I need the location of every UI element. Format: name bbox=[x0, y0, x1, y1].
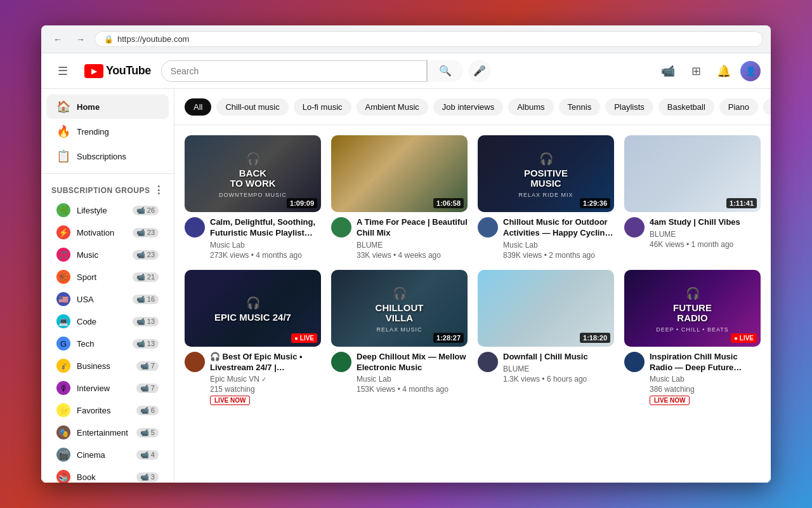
video-info: Downfall | Chill Music BLUME 1.3K views … bbox=[478, 352, 614, 384]
live-badge: LIVE NOW bbox=[650, 396, 690, 405]
thumbnail[interactable]: 1:18:20 bbox=[478, 270, 614, 347]
address-bar[interactable]: 🔒 https://youtube.com bbox=[95, 31, 763, 47]
duration-badge: 1:29:36 bbox=[580, 198, 610, 208]
video-card-v2[interactable]: 1:06:58 A Time For Peace | Beautiful Chi… bbox=[331, 135, 468, 260]
channel-avatar[interactable] bbox=[331, 217, 351, 237]
filter-chip-albums[interactable]: Albums bbox=[508, 98, 553, 116]
filter-chip-job-interviews[interactable]: Job interviews bbox=[433, 98, 503, 116]
create-button[interactable]: 📹 bbox=[657, 60, 679, 83]
sidebar-item-book[interactable]: 📚 Book 📹 3 bbox=[46, 466, 169, 483]
channel-name[interactable]: Music Lab bbox=[503, 241, 614, 250]
channel-avatar[interactable] bbox=[185, 352, 205, 372]
filter-chip-all[interactable]: All bbox=[185, 98, 211, 116]
filter-chip-ambient-music[interactable]: Ambient Music bbox=[357, 98, 428, 116]
sidebar-item-tech[interactable]: G Tech 📹 13 bbox=[46, 333, 169, 354]
channel-avatar[interactable] bbox=[624, 352, 645, 372]
thumb-main-text: CHILLOUTVILLA bbox=[376, 303, 424, 324]
filter-chip-soundtracks[interactable]: Soundtracks bbox=[763, 98, 771, 116]
thumbnail[interactable]: 1:11:41 bbox=[624, 135, 761, 212]
channel-avatar[interactable] bbox=[478, 352, 498, 372]
group-icon: 💻 bbox=[56, 314, 70, 328]
video-grid: 🎧 BACKTO WORK DOWNTEMPO MUSIC 1:09:09 Ca… bbox=[174, 125, 771, 415]
sidebar-item-trending[interactable]: 🔥 Trending bbox=[46, 119, 169, 144]
sidebar-item-interview[interactable]: 🎙 Interview 📹 7 bbox=[46, 377, 169, 399]
live-indicator: ● LIVE bbox=[291, 333, 317, 343]
thumbnail[interactable]: 🎧 BACKTO WORK DOWNTEMPO MUSIC 1:09:09 bbox=[185, 135, 321, 212]
menu-button[interactable]: ☰ bbox=[51, 60, 74, 83]
filter-chip-lo-fi-music[interactable]: Lo-fi music bbox=[294, 98, 351, 116]
channel-name[interactable]: Epic Music VN ✓ bbox=[210, 375, 321, 384]
section-menu-icon[interactable]: ⋮ bbox=[154, 184, 164, 196]
search-button[interactable]: 🔍 bbox=[427, 60, 463, 82]
sidebar-item-favorites[interactable]: ⭐ Favorites 📹 6 bbox=[46, 399, 169, 421]
thumb-main-text: Epic Music 24/7 bbox=[214, 312, 291, 323]
channel-name[interactable]: BLUME bbox=[357, 241, 468, 250]
forward-button[interactable]: → bbox=[72, 30, 89, 48]
channel-name[interactable]: BLUME bbox=[503, 364, 614, 373]
group-icon: 💰 bbox=[56, 359, 70, 373]
video-card-v3[interactable]: 🎧 POSITIVEMUSIC RELAX RIDE MIX 1:29:36 C… bbox=[478, 135, 614, 260]
mic-button[interactable]: 🎤 bbox=[468, 60, 491, 83]
sidebar-item-sport[interactable]: 🏀 Sport 📹 21 bbox=[46, 266, 169, 288]
group-label: Entertainment bbox=[77, 428, 128, 438]
filter-chip-chill-out-music[interactable]: Chill-out music bbox=[216, 98, 288, 116]
sidebar-item-business[interactable]: 💰 Business 📹 7 bbox=[46, 355, 169, 377]
search-input[interactable] bbox=[162, 61, 426, 81]
channel-name[interactable]: BLUME bbox=[650, 230, 761, 239]
thumbnail[interactable]: 🎧 POSITIVEMUSIC RELAX RIDE MIX 1:29:36 bbox=[478, 135, 614, 212]
avatar[interactable]: 👤 bbox=[740, 61, 761, 81]
video-watching: 386 watching bbox=[650, 385, 761, 394]
video-card-v5[interactable]: 🎧 Epic Music 24/7 ● LIVE 🎧 Best Of Epic … bbox=[185, 270, 321, 406]
filter-bar: AllChill-out musicLo-fi musicAmbient Mus… bbox=[174, 89, 771, 125]
group-icon: 📚 bbox=[56, 470, 70, 483]
channel-avatar[interactable] bbox=[185, 217, 205, 237]
thumbnail[interactable]: 🎧 CHILLOUTVILLA RELAX MUSIC 1:28:27 bbox=[331, 270, 468, 347]
sidebar-item-entertainment[interactable]: 🎭 Entertainment 📹 5 bbox=[46, 422, 169, 443]
thumb-sub-text: RELAX MUSIC bbox=[376, 326, 422, 333]
video-card-v8[interactable]: 🎧 FUTURERADIO DEEP • CHILL • BEATS ● LIV… bbox=[624, 270, 761, 406]
sidebar-item-cinema[interactable]: 🎬 Cinema 📹 4 bbox=[46, 444, 169, 465]
sidebar-item-subscriptions[interactable]: 📋 Subscriptions bbox=[46, 144, 169, 168]
sidebar-item-usa[interactable]: 🇺🇸 USA 📹 16 bbox=[46, 288, 169, 310]
video-title: Calm, Delightful, Soothing, Futuristic M… bbox=[210, 217, 321, 239]
filter-chip-playlists[interactable]: Playlists bbox=[605, 98, 653, 116]
thumbnail[interactable]: 1:06:58 bbox=[331, 135, 468, 212]
channel-avatar[interactable] bbox=[478, 217, 498, 237]
logo[interactable]: ▶ YouTube bbox=[84, 64, 151, 78]
duration-badge: 1:06:58 bbox=[433, 198, 464, 208]
video-card-v7[interactable]: 1:18:20 Downfall | Chill Music BLUME 1.3… bbox=[478, 270, 614, 406]
channel-avatar[interactable] bbox=[624, 217, 645, 237]
back-button[interactable]: ← bbox=[49, 30, 67, 48]
filter-chip-basketball[interactable]: Basketball bbox=[658, 98, 714, 116]
sidebar-item-home[interactable]: 🏠 Home bbox=[46, 95, 169, 119]
group-label: USA bbox=[77, 295, 94, 304]
sidebar-item-music[interactable]: 🎵 Music 📹 23 bbox=[46, 244, 169, 265]
channel-name[interactable]: Music Lab bbox=[650, 375, 761, 384]
filter-chip-tennis[interactable]: Tennis bbox=[559, 98, 601, 116]
channel-name[interactable]: Music Lab bbox=[210, 241, 321, 250]
channel-avatar[interactable] bbox=[331, 352, 351, 372]
video-info: Chillout Music for Outdoor Activities — … bbox=[478, 217, 614, 260]
sidebar-item-lifestyle[interactable]: 🌿 Lifestyle 📹 26 bbox=[46, 199, 169, 221]
video-meta: Chillout Music for Outdoor Activities — … bbox=[503, 217, 614, 260]
filter-chip-piano[interactable]: Piano bbox=[719, 98, 758, 116]
live-indicator: ● LIVE bbox=[731, 333, 757, 343]
group-icon: 🎵 bbox=[56, 248, 70, 262]
video-card-v6[interactable]: 🎧 CHILLOUTVILLA RELAX MUSIC 1:28:27 Deep… bbox=[331, 270, 468, 406]
video-meta: 🎧 Best Of Epic Music • Livestream 24/7 |… bbox=[210, 352, 321, 406]
video-card-v1[interactable]: 🎧 BACKTO WORK DOWNTEMPO MUSIC 1:09:09 Ca… bbox=[185, 135, 321, 260]
video-title: A Time For Peace | Beautiful Chill Mix bbox=[357, 217, 468, 239]
video-info: A Time For Peace | Beautiful Chill Mix B… bbox=[331, 217, 468, 260]
sidebar-item-motivation[interactable]: ⚡ Motivation 📹 23 bbox=[46, 222, 169, 243]
thumbnail[interactable]: 🎧 Epic Music 24/7 ● LIVE bbox=[185, 270, 321, 347]
sidebar-item-code[interactable]: 💻 Code 📹 13 bbox=[46, 311, 169, 332]
thumb-main-text: FUTURERADIO bbox=[673, 303, 712, 324]
video-meta: Inspiration Chill Music Radio — Deep Fut… bbox=[650, 352, 761, 406]
video-card-v4[interactable]: 1:11:41 4am Study | Chill Vibes BLUME 46… bbox=[624, 135, 761, 260]
video-info: Inspiration Chill Music Radio — Deep Fut… bbox=[624, 352, 761, 406]
thumbnail[interactable]: 🎧 FUTURERADIO DEEP • CHILL • BEATS ● LIV… bbox=[624, 270, 761, 347]
group-label: Code bbox=[77, 317, 96, 326]
notifications-button[interactable]: 🔔 bbox=[712, 60, 735, 83]
channel-name[interactable]: Music Lab bbox=[357, 375, 468, 384]
apps-button[interactable]: ⊞ bbox=[684, 60, 707, 83]
